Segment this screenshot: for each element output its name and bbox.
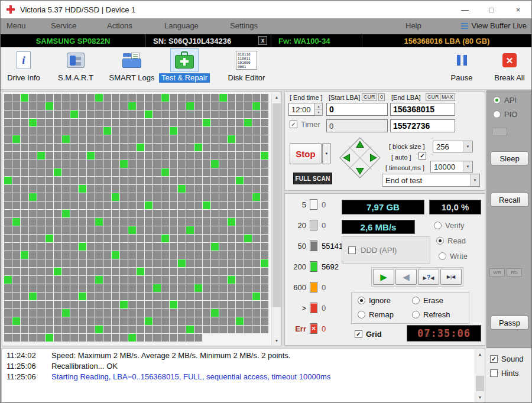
api-option[interactable]: API — [493, 96, 517, 105]
scroll-track[interactable] — [475, 359, 485, 392]
spin-down-icon[interactable]: ▼ — [315, 109, 322, 116]
legend-row: 200 5692 — [288, 261, 343, 272]
full-scan-button[interactable]: FULL SCAN — [293, 173, 332, 184]
end-lba-field[interactable]: 156368015 — [390, 103, 455, 116]
block-size-select[interactable]: 256 ▼ — [433, 141, 473, 152]
grid-checkbox[interactable]: ✓ — [355, 330, 362, 338]
scan-block — [46, 185, 53, 193]
scan-block — [137, 326, 144, 333]
action-remap-option[interactable]: Remap — [358, 310, 394, 319]
break-all-button[interactable]: ✕ Break All — [490, 49, 529, 88]
scan-block — [54, 202, 61, 209]
scan-scrollbar[interactable]: ▲ ▼ — [271, 92, 281, 346]
spin-up-icon[interactable]: ▲ — [315, 103, 322, 109]
start-lba-zero-button[interactable]: 0 — [378, 93, 385, 101]
stop-button[interactable]: Stop — [290, 143, 322, 164]
scroll-thumb[interactable] — [273, 103, 281, 307]
menu-item-language[interactable]: Language — [164, 21, 199, 30]
write-radio[interactable] — [439, 252, 446, 260]
smart-button[interactable]: S.M.A.R.T — [55, 49, 96, 88]
ddd-checkbox[interactable] — [348, 246, 356, 254]
mode-verify-option[interactable]: Verify — [434, 221, 465, 230]
timer-option[interactable]: ✓ Timer — [290, 120, 320, 129]
log-scrollbar[interactable]: ▲ ▼ — [475, 349, 485, 402]
scroll-down-icon[interactable]: ▼ — [272, 336, 281, 346]
action-refresh-option[interactable]: Refresh — [412, 310, 450, 319]
scan-block — [4, 152, 12, 160]
end-lba-cur-button[interactable]: CUR — [426, 93, 441, 101]
menu-item-help[interactable]: Help — [406, 21, 421, 30]
scan-block — [186, 326, 194, 333]
hints-option[interactable]: Hints — [490, 369, 519, 378]
current-lba-field[interactable]: 15572736 — [390, 119, 455, 132]
refresh-radio[interactable] — [412, 311, 420, 318]
passp-button[interactable]: Passp — [491, 316, 528, 330]
serial-close-button[interactable]: x — [258, 36, 267, 45]
end-time-spinner[interactable]: 12:00 ▲▼ — [288, 103, 323, 116]
scan-block — [46, 243, 53, 251]
timeout-select[interactable]: 10000 ▼ — [430, 161, 473, 173]
scan-block — [145, 127, 153, 135]
end-time-value[interactable]: 12:00 — [288, 103, 314, 116]
verify-radio[interactable] — [434, 222, 442, 229]
scroll-down-icon[interactable]: ▼ — [475, 392, 485, 402]
menu-item-menu[interactable]: Menu — [7, 21, 26, 30]
scroll-thumb[interactable] — [476, 376, 484, 391]
close-button[interactable]: × — [505, 1, 531, 18]
menu-item-settings[interactable]: Settings — [230, 21, 258, 30]
chevron-down-icon[interactable]: ▼ — [463, 141, 472, 152]
end-lba-max-button[interactable]: MAX — [440, 93, 455, 101]
mode-write-option[interactable]: Write — [439, 252, 468, 261]
end-of-test-select[interactable]: End of test ▼ — [382, 174, 480, 187]
scan-block — [194, 276, 202, 284]
test-repair-button[interactable]: Test & Repair — [159, 49, 210, 88]
sound-option[interactable]: ✓ Sound — [490, 355, 524, 363]
chevron-down-icon[interactable]: ▼ — [463, 161, 472, 172]
scan-block — [211, 251, 219, 259]
erase-radio[interactable] — [412, 297, 420, 304]
recall-button[interactable]: Recall — [491, 193, 528, 207]
scan-block — [153, 268, 161, 275]
seek-dpad[interactable] — [338, 136, 382, 180]
action-erase-option[interactable]: Erase — [412, 296, 443, 305]
ignore-radio[interactable] — [358, 297, 365, 304]
chevron-down-icon[interactable]: ▼ — [470, 174, 479, 186]
timer-checkbox[interactable]: ✓ — [290, 121, 297, 128]
butterfly-seek-button[interactable]: ▶|◀ — [440, 269, 462, 285]
scan-block — [161, 284, 169, 292]
hints-checkbox[interactable] — [490, 369, 498, 377]
grid-option[interactable]: ✓ Grid — [355, 330, 382, 339]
pio-radio[interactable] — [493, 110, 501, 118]
start-button[interactable]: ▶ — [373, 269, 394, 285]
maximize-button[interactable]: □ — [478, 1, 505, 18]
scroll-up-icon[interactable]: ▲ — [475, 349, 485, 359]
random-seek-button[interactable]: ▶?◀ — [418, 269, 439, 285]
reverse-button[interactable]: ◀ — [395, 269, 417, 285]
menu-item-actions[interactable]: Actions — [107, 21, 132, 30]
remap-radio[interactable] — [358, 311, 365, 318]
stop-dropdown-button[interactable]: ▼ — [322, 143, 331, 164]
scan-block — [170, 292, 177, 300]
start-lba-cur-button[interactable]: CUR — [362, 93, 377, 101]
scan-block — [87, 309, 95, 317]
minimize-button[interactable]: — — [452, 1, 478, 18]
pio-option[interactable]: PIO — [493, 110, 517, 119]
auto-checkbox[interactable]: ✓ — [419, 152, 426, 160]
scroll-track[interactable] — [272, 102, 281, 336]
disk-editor-button[interactable]: 010110 110011 101000 0001 Disk Editor — [224, 49, 269, 88]
drive-info-button[interactable]: i Drive Info — [3, 49, 44, 88]
api-radio[interactable] — [493, 96, 501, 104]
mode-read-option[interactable]: Read — [436, 236, 466, 245]
action-ignore-option[interactable]: Ignore — [358, 296, 391, 305]
smart-logs-button[interactable]: SMART Logs — [108, 49, 155, 88]
sound-checkbox[interactable]: ✓ — [490, 355, 498, 363]
start-lba-field[interactable]: 0 — [326, 103, 388, 116]
read-radio[interactable] — [436, 237, 444, 245]
sleep-button[interactable]: Sleep — [491, 151, 528, 165]
pause-button[interactable]: Pause — [445, 49, 478, 88]
view-buffer-live-button[interactable]: View Buffer Live — [461, 21, 527, 30]
scroll-up-icon[interactable]: ▲ — [272, 92, 281, 102]
ddd-api-option[interactable]: DDD (API) — [342, 236, 430, 264]
menu-item-service[interactable]: Service — [51, 21, 76, 30]
scan-block — [211, 168, 219, 176]
